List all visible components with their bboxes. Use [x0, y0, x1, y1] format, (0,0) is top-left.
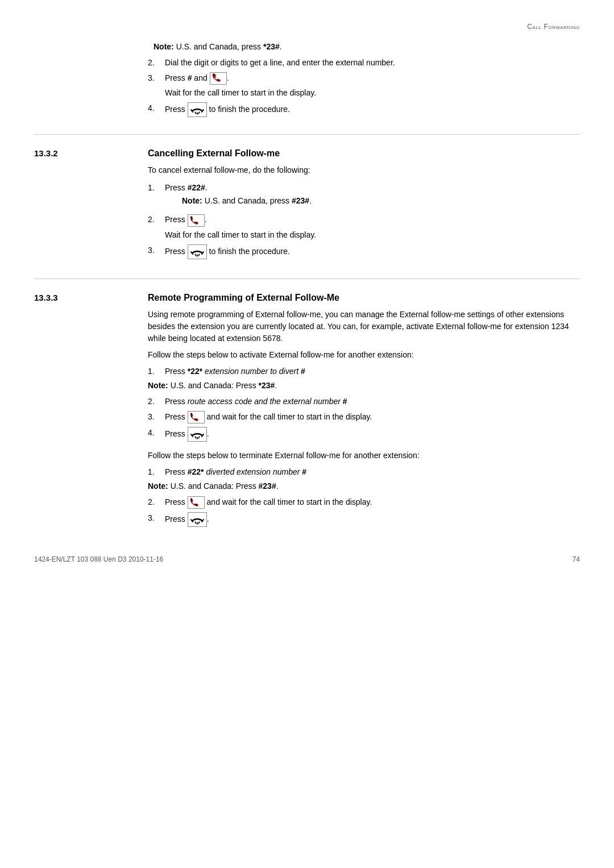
terminate-note-text: U.S. and Canada: Press #23#. — [171, 481, 279, 491]
section-13-3-3-left: 13.3.3 — [34, 293, 148, 531]
step-2-cancel-wait: Wait for the call timer to start in the … — [165, 229, 580, 241]
section-13-3-3-number: 13.3.3 — [34, 293, 58, 302]
endcall-icon-term3 — [188, 512, 207, 527]
svg-line-4 — [198, 112, 200, 114]
activate-step-1-body: Press *22* extension number to divert # — [165, 366, 580, 377]
activate-step-3-body: Press and wait for the call timer to sta… — [165, 411, 580, 423]
svg-line-12 — [195, 437, 196, 438]
terminate-note-label: Note: — [148, 481, 168, 491]
activate-step-2: 2. Press route access code and the exter… — [148, 396, 580, 408]
step-3-cancel: 3. Press to finish the procedure. — [148, 244, 580, 259]
pre-step-3-num: 3. — [148, 72, 165, 99]
activate-step-1: 1. Press *22* extension number to divert… — [148, 366, 580, 377]
pre-note-text: U.S. and Canada, press *23#. — [176, 42, 282, 51]
section-13-3-3-intro-p2: Follow the steps below to activate Exter… — [148, 349, 580, 361]
terminate-intro: Follow the steps below to terminate Exte… — [148, 450, 580, 462]
divider-1 — [34, 134, 580, 135]
svg-line-17 — [195, 522, 196, 524]
footer-left: 1424-EN/LZT 103 088 Uen D3 2010-11-16 — [34, 555, 163, 563]
pre-note: Note: U.S. and Canada, press *23#. — [148, 42, 580, 51]
section-13-3-3: 13.3.3 Remote Programming of External Fo… — [34, 293, 580, 531]
pre-step-3-wait: Wait for the call timer to start in the … — [165, 87, 580, 99]
activate-step-2-num: 2. — [148, 396, 165, 408]
endcall-icon-act4 — [188, 427, 207, 442]
terminate-step-3: 3. Press . — [148, 512, 580, 527]
phone-icon-term2 — [188, 496, 205, 509]
activate-step-1-hash: # — [301, 367, 305, 376]
step-1-cancel: 1. Press #22#. Note: U.S. and Canada, pr… — [148, 182, 580, 210]
pre-note-label: Note: — [154, 42, 174, 51]
activate-step-4-num: 4. — [148, 427, 165, 442]
activate-note-label: Note: — [148, 381, 168, 390]
step-1-cancel-note-bold: #23# — [292, 196, 309, 205]
section-13-3-3-title: Remote Programming of External Follow-Me — [148, 293, 580, 303]
pre-content-block: Note: U.S. and Canada, press *23#. 2. Di… — [148, 42, 580, 117]
activate-step-4-body: Press . — [165, 427, 580, 442]
page-footer: 1424-EN/LZT 103 088 Uen D3 2010-11-16 74 — [34, 555, 580, 563]
terminate-step-3-body: Press . — [165, 512, 580, 527]
step-1-cancel-note-label: Note: — [182, 196, 202, 205]
terminate-step-2-num: 2. — [148, 496, 165, 509]
footer-right: 74 — [572, 555, 580, 563]
pre-step-4: 4. Press to finish the procedure. — [148, 102, 580, 117]
terminate-step-3-num: 3. — [148, 512, 165, 527]
svg-line-14 — [198, 437, 200, 438]
section-13-3-2-number: 13.3.2 — [34, 148, 58, 158]
pre-step-4-body: Press to finish the procedure. — [165, 102, 580, 117]
section-13-3-2-title: Cancelling External Follow-me — [148, 148, 580, 159]
step-1-cancel-note-text: U.S. and Canada, press #23#. — [205, 196, 312, 205]
section-13-3-2: 13.3.2 Cancelling External Follow-me To … — [34, 148, 580, 262]
pre-step-3: 3. Press # and . Wait for the call timer… — [148, 72, 580, 99]
terminate-note-bold: #23# — [259, 481, 276, 491]
svg-line-19 — [198, 522, 200, 524]
section-13-3-3-intro-p1: Using remote programming of External fol… — [148, 309, 580, 344]
step-3-cancel-num: 3. — [148, 244, 165, 259]
pre-step-3-body: Press # and . Wait for the call timer to… — [165, 72, 580, 99]
divider-2 — [34, 279, 580, 279]
step-2-cancel-num: 2. — [148, 214, 165, 240]
activate-step-2-hash: # — [343, 397, 347, 406]
step-2-cancel-body: Press . Wait for the call timer to start… — [165, 214, 580, 240]
activate-step-2-body: Press route access code and the external… — [165, 396, 580, 408]
page-header: Call Forwarding — [34, 23, 580, 31]
terminate-step-1-body: Press #22* diverted extension number # — [165, 466, 580, 478]
terminate-step-2-body: Press and wait for the call timer to sta… — [165, 496, 580, 509]
activate-step-1-italic: extension number to divert — [202, 367, 301, 376]
terminate-step-2: 2. Press and wait for the call timer to … — [148, 496, 580, 509]
activate-note: Note: U.S. and Canada: Press *23#. — [148, 381, 580, 390]
step-1-cancel-num: 1. — [148, 182, 165, 210]
page: Call Forwarding Note: U.S. and Canada, p… — [0, 0, 614, 580]
terminate-step-1-italic: diverted extension number — [204, 467, 302, 476]
phone-icon-pre3 — [210, 72, 227, 85]
step-1-cancel-body: Press #22#. Note: U.S. and Canada, press… — [165, 182, 580, 210]
section-13-3-2-intro: To cancel external follow-me, do the fol… — [148, 164, 580, 176]
svg-line-7 — [195, 254, 196, 256]
activate-step-4: 4. Press . — [148, 427, 580, 442]
endcall-icon-pre4 — [188, 102, 207, 117]
activate-step-1-code: *22* — [188, 367, 202, 376]
activate-step-2-italic: route access code and the external numbe… — [188, 397, 343, 406]
pre-step-2-body: Dial the digit or digits to get a line, … — [165, 57, 580, 69]
pre-step-2-num: 2. — [148, 57, 165, 69]
pre-step-3-bold: # — [188, 73, 192, 82]
phone-icon-cancel2 — [188, 214, 205, 227]
terminate-note: Note: U.S. and Canada: Press #23#. — [148, 481, 580, 491]
pre-note-bold: *23# — [263, 42, 280, 51]
section-13-3-2-left: 13.3.2 — [34, 148, 148, 262]
activate-step-3: 3. Press and wait for the call timer to … — [148, 411, 580, 423]
svg-line-9 — [198, 254, 200, 256]
terminate-step-1-code: #22* — [188, 467, 204, 476]
step-1-cancel-code: #22# — [188, 183, 205, 192]
terminate-step-1: 1. Press #22* diverted extension number … — [148, 466, 580, 478]
terminate-step-1-num: 1. — [148, 466, 165, 478]
step-2-cancel: 2. Press . Wait for the call timer to st… — [148, 214, 580, 240]
header-title: Call Forwarding — [527, 23, 580, 31]
endcall-icon-cancel3 — [188, 244, 207, 259]
step-1-cancel-note: Note: U.S. and Canada, press #23#. — [182, 195, 580, 207]
activate-note-text: U.S. and Canada: Press *23#. — [171, 381, 277, 390]
terminate-step-1-hash: # — [302, 467, 306, 476]
activate-note-bold: *23# — [259, 381, 275, 390]
activate-step-3-num: 3. — [148, 411, 165, 423]
svg-line-2 — [195, 112, 196, 114]
activate-step-1-num: 1. — [148, 366, 165, 377]
